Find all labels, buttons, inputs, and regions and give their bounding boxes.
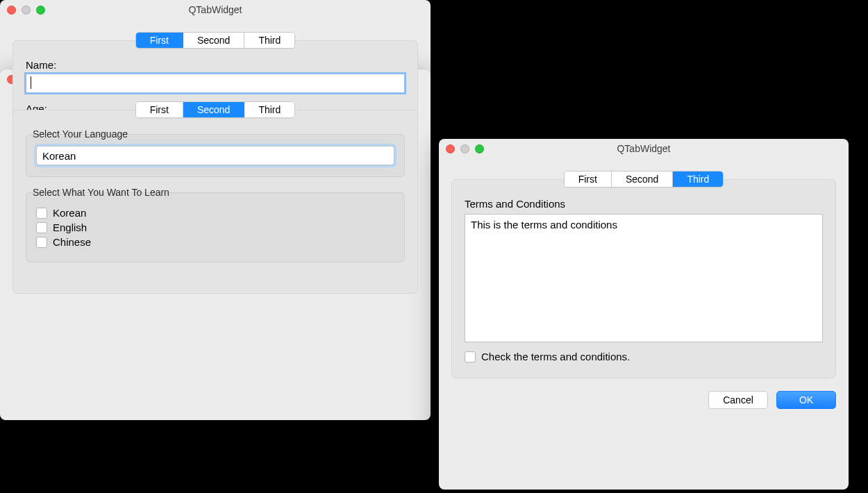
cancel-button[interactable]: Cancel: [708, 391, 768, 409]
traffic-lights: [7, 6, 45, 15]
tab-second[interactable]: Second: [612, 172, 673, 187]
titlebar[interactable]: QTabWidget: [439, 139, 849, 158]
learn-option-korean[interactable]: Korean: [36, 207, 394, 219]
tabbar: First Second Third: [0, 32, 431, 49]
name-label: Name:: [26, 59, 405, 71]
learn-group-title: Select What You Want To Learn: [33, 187, 405, 198]
tab-third[interactable]: Third: [673, 172, 723, 187]
dialog-buttons: Cancel OK: [439, 391, 849, 420]
close-icon[interactable]: [446, 144, 455, 153]
checkbox-icon[interactable]: [36, 208, 47, 219]
tab-second[interactable]: Second: [183, 102, 244, 117]
window-third: QTabWidget First Second Third Terms and …: [439, 139, 849, 490]
terms-title: Terms and Conditions: [465, 198, 823, 210]
tab-first[interactable]: First: [136, 33, 183, 48]
ok-button[interactable]: OK: [776, 391, 836, 409]
terms-body: This is the terms and conditions: [471, 219, 617, 231]
terms-check-label: Check the terms and conditions.: [481, 351, 630, 362]
learn-option-english[interactable]: English: [36, 222, 394, 233]
tabbar: First Second Third: [439, 171, 849, 187]
learn-option-label: English: [53, 222, 87, 233]
minimize-icon[interactable]: [22, 6, 31, 15]
tab-first[interactable]: First: [565, 172, 612, 187]
language-selected: Korean: [42, 150, 76, 162]
checkbox-icon[interactable]: [465, 351, 476, 362]
learn-option-chinese[interactable]: Chinese: [36, 236, 394, 248]
learn-groupbox: Korean English Chinese: [26, 192, 405, 262]
terms-check-row[interactable]: Check the terms and conditions.: [465, 351, 823, 362]
tab-third[interactable]: Third: [244, 102, 294, 117]
terms-textarea[interactable]: This is the terms and conditions: [465, 214, 823, 342]
minimize-icon[interactable]: [460, 144, 469, 153]
checkbox-icon[interactable]: [36, 222, 47, 233]
titlebar[interactable]: QTabWidget: [0, 0, 431, 19]
language-groupbox: Korean: [26, 134, 405, 177]
zoom-icon[interactable]: [36, 6, 45, 15]
window-title: QTabWidget: [7, 4, 424, 15]
learn-option-label: Chinese: [53, 236, 91, 248]
traffic-lights: [446, 144, 484, 153]
tab-third[interactable]: Third: [244, 33, 294, 48]
tab-panel-second: Select Your Language Korean Select What …: [12, 110, 418, 294]
window-second: QTabWidget First Second Third Select You…: [0, 69, 431, 420]
tabbar: First Second Third: [0, 101, 431, 118]
learn-option-label: Korean: [53, 207, 86, 219]
tab-second[interactable]: Second: [183, 33, 244, 48]
window-title: QTabWidget: [446, 143, 842, 154]
zoom-icon[interactable]: [475, 144, 484, 153]
tab-panel-third: Terms and Conditions This is the terms a…: [451, 179, 836, 378]
tab-first[interactable]: First: [136, 102, 183, 117]
checkbox-icon[interactable]: [36, 237, 47, 248]
name-input[interactable]: [26, 74, 405, 93]
language-group-title: Select Your Language: [33, 128, 405, 140]
language-combobox[interactable]: Korean: [36, 146, 394, 165]
close-icon[interactable]: [7, 6, 16, 15]
